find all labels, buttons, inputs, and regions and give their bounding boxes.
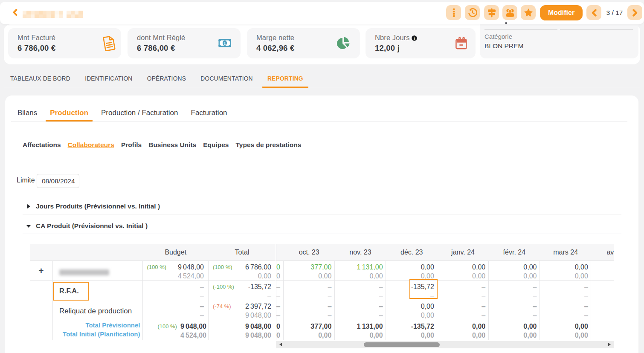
svg-text:i: i [414,36,415,41]
svg-text:1: 1 [224,41,226,46]
